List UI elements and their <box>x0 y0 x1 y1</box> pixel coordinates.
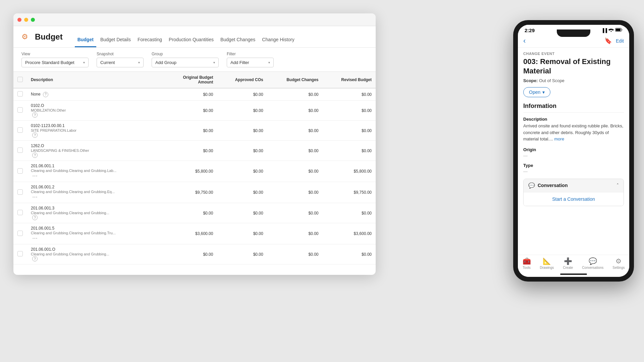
view-filter-group: View Procore Standard Budget ▾ <box>21 52 89 67</box>
row-code: 0102.O <box>31 103 153 108</box>
row-checkbox[interactable] <box>17 91 23 97</box>
nav-tab-production-quantities[interactable]: Production Quantities <box>166 37 216 47</box>
view-label: View <box>21 52 89 56</box>
status-icons: ▐▐ <box>601 28 623 33</box>
back-button[interactable]: ‹ <box>523 37 526 45</box>
revised-value: $0.00 <box>323 141 376 161</box>
browser-close-dot[interactable] <box>17 18 21 22</box>
original-value: $0.00 <box>157 101 217 121</box>
description-field: Description Arrived onsite and found exi… <box>523 117 624 142</box>
bookmark-icon[interactable]: 🔖 <box>604 37 612 45</box>
col-checkbox[interactable] <box>13 72 27 88</box>
more-options-icon[interactable]: ⋯ <box>32 194 38 200</box>
changes-value: $0.00 <box>267 141 323 161</box>
conversations-icon: 💬 <box>589 257 597 265</box>
filter-filter-group: Filter Add Filter ▾ <box>227 52 274 67</box>
changes-value: $0.00 <box>267 161 323 182</box>
signal-icon: ▐▐ <box>601 28 607 33</box>
row-sub: Clearing and Grubbing.Clearing and Grubb… <box>31 190 153 194</box>
help-icon[interactable]: ? <box>32 153 38 158</box>
row-checkbox[interactable] <box>17 210 23 215</box>
phone-nav-actions: 🔖 Edit <box>604 37 624 45</box>
open-button[interactable]: Open ▾ <box>523 87 550 97</box>
app-content: ⚙ Budget Budget Budget Details Forecasti… <box>13 26 376 275</box>
phone-bottom-nav: 🧰 Tools 📐 Drawings ➕ Create 💬 Conversati… <box>518 255 629 272</box>
row-checkbox[interactable] <box>17 189 23 195</box>
snapshot-select[interactable]: Current ▾ <box>97 58 144 67</box>
row-checkbox[interactable] <box>17 231 23 236</box>
approved-value: $0.00 <box>217 101 267 121</box>
original-value: $0.00 <box>157 121 217 141</box>
phone-screen: 2:29 ▐▐ <box>518 25 629 277</box>
bottom-nav-tools[interactable]: 🧰 Tools <box>523 257 531 269</box>
original-value: $0.00 <box>157 203 217 223</box>
start-conversation-button[interactable]: Start a Conversation <box>524 192 624 206</box>
more-options-icon[interactable]: ⋯ <box>32 173 38 179</box>
help-icon[interactable]: ? <box>32 256 38 261</box>
row-checkbox[interactable] <box>17 251 23 256</box>
view-select[interactable]: Procore Standard Budget ▾ <box>21 58 89 67</box>
drawings-icon: 📐 <box>543 257 551 265</box>
edit-button[interactable]: Edit <box>616 38 624 44</box>
original-value: $0.00 <box>157 88 217 101</box>
description-value: Arrived onsite and found existing rubble… <box>523 123 624 142</box>
help-icon[interactable]: ? <box>32 215 38 220</box>
table-row: 203.07.1036-2300.00.02.1 Select Granular… <box>13 264 376 267</box>
help-icon[interactable]: ? <box>43 92 48 97</box>
row-checkbox[interactable] <box>17 147 23 153</box>
row-sub: Clearing and Grubbing.Clearing and Grubb… <box>31 252 153 256</box>
scope-value: Out of Scope <box>539 78 565 83</box>
revised-value: $3,600.00 <box>323 223 376 244</box>
create-icon: ➕ <box>564 257 572 265</box>
view-value: Procore Standard Budget <box>25 60 74 65</box>
nav-tab-budget[interactable]: Budget <box>75 37 96 47</box>
browser-maximize-dot[interactable] <box>31 18 35 22</box>
col-approved-cos: Approved COs <box>217 72 267 88</box>
help-icon[interactable]: ? <box>32 132 38 138</box>
row-code: 201.06.001.3 <box>31 206 153 210</box>
bottom-nav-settings[interactable]: ⚙ Settings <box>612 257 625 269</box>
tools-label: Tools <box>523 266 530 269</box>
table-row: 201.06.001.O Clearing and Grubbing.Clear… <box>13 244 376 264</box>
change-event-label: CHANGE EVENT <box>523 52 624 56</box>
filter-label: Filter <box>227 52 274 56</box>
row-checkbox[interactable] <box>17 168 23 174</box>
conversation-panel: 💬 Conversation ˄ Start a Conversation <box>523 179 624 206</box>
changes-value: $0.00 <box>267 101 323 121</box>
changes-value: $0.00 <box>267 182 323 203</box>
changes-value: $0.00 <box>267 88 323 101</box>
conversations-label: Conversations <box>582 266 603 269</box>
toolbar-row: View Procore Standard Budget ▾ Snapshot … <box>13 48 376 72</box>
row-checkbox[interactable] <box>17 127 23 133</box>
svg-rect-1 <box>616 29 621 31</box>
conversation-collapse-icon[interactable]: ˄ <box>616 183 619 188</box>
col-description: Description <box>27 72 157 88</box>
more-link[interactable]: more <box>554 136 565 141</box>
browser-minimize-dot[interactable] <box>24 18 28 22</box>
group-select[interactable]: Add Group ▾ <box>152 58 219 67</box>
nav-tab-forecasting[interactable]: Forecasting <box>135 37 165 47</box>
group-chevron-icon: ▾ <box>213 61 215 64</box>
approved-value: $0.00 <box>217 141 267 161</box>
approved-value: $0.00 <box>217 182 267 203</box>
row-checkbox[interactable] <box>17 107 23 113</box>
app-header: ⚙ Budget Budget Budget Details Forecasti… <box>13 26 376 48</box>
nav-tab-budget-details[interactable]: Budget Details <box>98 37 133 47</box>
bottom-nav-drawings[interactable]: 📐 Drawings <box>540 257 554 269</box>
scope-label: Scope: <box>523 78 538 83</box>
nav-tab-budget-changes[interactable]: Budget Changes <box>218 37 258 47</box>
more-options-icon[interactable]: ⋯ <box>32 235 38 241</box>
snapshot-label: Snapshot <box>97 52 144 56</box>
original-value: $210,000.00 <box>157 264 217 267</box>
help-icon[interactable]: ? <box>32 112 38 118</box>
bottom-nav-create[interactable]: ➕ Create <box>563 257 573 269</box>
nav-tab-change-history[interactable]: Change History <box>259 37 297 47</box>
header-checkbox[interactable] <box>17 77 23 82</box>
row-sub: SITE PREPARATION.Labor <box>31 128 153 132</box>
revised-value: $0.00 <box>323 244 376 264</box>
row-sub: MOBILZATION.Other <box>31 108 153 112</box>
filter-select[interactable]: Add Filter ▾ <box>227 58 274 67</box>
revised-value: $0.00 <box>323 101 376 121</box>
bottom-nav-conversations[interactable]: 💬 Conversations <box>582 257 603 269</box>
budget-table: Description Original BudgetAmount Approv… <box>13 72 376 267</box>
